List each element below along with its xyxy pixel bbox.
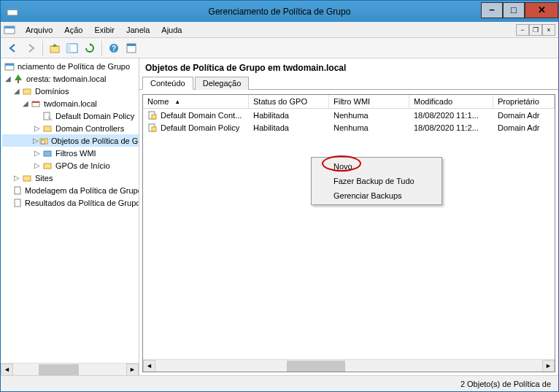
svg-rect-22	[44, 164, 51, 169]
tree-domain[interactable]: ◢ twdomain.local	[2, 97, 139, 109]
scroll-right-icon[interactable]: ►	[542, 360, 555, 372]
svg-rect-27	[152, 115, 156, 119]
tree-dominios[interactable]: ◢ Domínios	[2, 85, 139, 97]
gpo-link-icon	[42, 110, 53, 122]
tree-forest[interactable]: ◢ oresta: twdomain.local	[2, 72, 139, 85]
svg-rect-24	[15, 187, 20, 194]
sites-icon	[21, 172, 33, 184]
table-row[interactable]: Default Domain Policy Habilitada Nenhuma…	[143, 121, 555, 134]
wmi-icon	[42, 147, 53, 159]
status-bar: 2 Objeto(s) de Política de	[1, 375, 558, 391]
column-wmi[interactable]: Filtro WMI	[329, 95, 409, 108]
column-status[interactable]: Status do GPO	[249, 95, 329, 108]
minimize-button[interactable]: −	[481, 2, 503, 18]
svg-rect-23	[23, 176, 31, 181]
list-horizontal-scrollbar[interactable]: ◄ ►	[143, 359, 555, 372]
scroll-left-icon[interactable]: ◄	[1, 364, 13, 376]
svg-rect-17	[44, 112, 50, 120]
collapse-icon[interactable]: ◢	[21, 99, 30, 107]
scroll-right-icon[interactable]: ►	[126, 364, 139, 376]
collapse-icon[interactable]: ◢	[12, 87, 21, 95]
gpo-icon	[147, 110, 158, 120]
gpo-icon	[147, 123, 158, 133]
context-backup-all[interactable]: Fazer Backup de Tudo	[313, 174, 440, 188]
tree-gpo-container[interactable]: ▷ Objetos de Política de Gru	[2, 134, 139, 147]
tree-pane: nciamento de Política de Grupo ◢ oresta:…	[1, 58, 139, 375]
expand-icon[interactable]: ▷	[33, 137, 39, 145]
svg-rect-14	[23, 89, 31, 94]
svg-rect-6	[67, 44, 71, 53]
tree-modeling[interactable]: Modelagem da Política de Grupc	[2, 184, 139, 196]
expand-icon[interactable]: ▷	[33, 161, 42, 169]
refresh-button[interactable]	[82, 40, 98, 56]
forest-icon	[12, 73, 24, 85]
menu-ajuda[interactable]: Ajuda	[155, 24, 188, 36]
list-view[interactable]: Nome▲ Status do GPO Filtro WMI Modificad…	[142, 94, 555, 372]
domain-icon	[30, 98, 42, 109]
list-header: Nome▲ Status do GPO Filtro WMI Modificad…	[143, 95, 555, 109]
column-modificado[interactable]: Modificado	[409, 95, 493, 108]
tab-conteudo[interactable]: Conteúdo	[142, 77, 193, 90]
sort-asc-icon: ▲	[174, 99, 180, 105]
tree-horizontal-scrollbar[interactable]: ◄ ►	[1, 363, 139, 375]
menu-exibir[interactable]: Exibir	[88, 24, 120, 36]
maximize-button[interactable]: □	[503, 2, 525, 18]
title-bar: Gerenciamento de Política de Grupo − □ ✕	[1, 1, 558, 22]
scroll-left-icon[interactable]: ◄	[143, 360, 155, 372]
mdi-close-button[interactable]: ×	[542, 24, 555, 36]
collapse-icon[interactable]: ◢	[4, 74, 12, 82]
svg-text:?: ?	[112, 45, 116, 53]
menu-arquivo[interactable]: Arquivo	[20, 24, 58, 36]
column-nome[interactable]: Nome▲	[143, 95, 249, 108]
tree-default-domain-policy[interactable]: Default Domain Policy	[2, 109, 139, 122]
expand-icon[interactable]: ▷	[12, 174, 21, 182]
svg-rect-25	[15, 199, 20, 207]
properties-button[interactable]	[123, 40, 139, 56]
svg-rect-3	[4, 26, 15, 28]
up-button[interactable]	[47, 40, 63, 56]
tree-root[interactable]: nciamento de Política de Grupo	[2, 60, 139, 72]
scroll-thumb[interactable]	[39, 364, 79, 375]
tab-delegacao[interactable]: Delegação	[195, 77, 250, 90]
tree-starter-gpos[interactable]: ▷ GPOs de Início	[2, 159, 139, 172]
starter-gpo-icon	[42, 160, 53, 172]
forward-button[interactable]	[23, 40, 39, 56]
svg-rect-10	[127, 44, 136, 46]
back-button[interactable]	[5, 40, 21, 56]
mdi-minimize-button[interactable]: −	[516, 24, 529, 36]
tree-domain-controllers[interactable]: ▷ Domain Controllers	[2, 122, 139, 134]
show-hide-tree-button[interactable]	[64, 40, 80, 56]
tree-results[interactable]: Resultados da Política de Grupo	[2, 196, 139, 209]
close-button[interactable]: ✕	[525, 2, 558, 18]
results-icon	[12, 197, 23, 209]
tree-sites[interactable]: ▷ Sites	[2, 172, 139, 184]
tree-wmi-filters[interactable]: ▷ Filtros WMI	[2, 147, 139, 159]
details-header: Objetos de Política de Grupo em twdomain…	[139, 58, 558, 76]
domains-icon	[21, 85, 33, 97]
expand-icon[interactable]: ▷	[33, 149, 42, 157]
ou-icon	[42, 123, 53, 134]
menu-acao[interactable]: Ação	[58, 24, 88, 36]
table-row[interactable]: Default Domain Cont... Habilitada Nenhum…	[143, 109, 555, 121]
svg-rect-20	[42, 140, 45, 144]
mmc-icon	[4, 24, 15, 36]
svg-rect-13	[18, 80, 19, 83]
gpo-folder-icon	[39, 135, 49, 147]
mdi-restore-button[interactable]: ❐	[529, 24, 542, 36]
details-pane: Objetos de Política de Grupo em twdomain…	[139, 58, 558, 375]
context-manage-backups[interactable]: Gerenciar Backups	[313, 188, 440, 203]
modeling-icon	[12, 185, 23, 196]
expand-icon[interactable]: ▷	[33, 124, 42, 132]
context-novo[interactable]: Novo	[313, 159, 440, 174]
svg-rect-21	[44, 151, 51, 156]
help-button[interactable]: ?	[106, 40, 122, 56]
svg-rect-12	[5, 64, 14, 66]
tab-strip: Conteúdo Delegação	[139, 76, 558, 90]
svg-rect-18	[44, 126, 51, 131]
svg-rect-16	[32, 101, 39, 103]
toolbar: ?	[1, 38, 558, 58]
scroll-thumb[interactable]	[287, 361, 345, 372]
context-menu: Novo Fazer Backup de Tudo Gerenciar Back…	[311, 157, 442, 205]
menu-janela[interactable]: Janela	[120, 24, 155, 36]
column-proprietario[interactable]: Proprietário	[493, 95, 555, 108]
